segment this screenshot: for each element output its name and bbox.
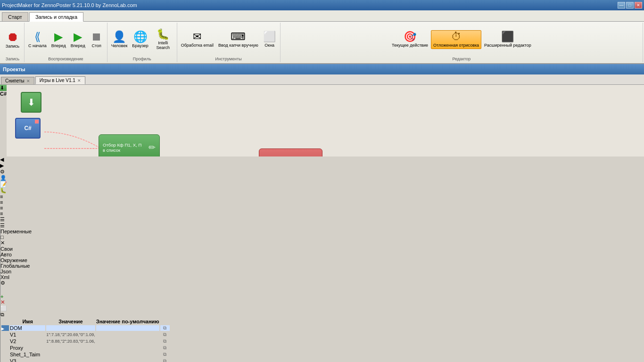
tab-live-games[interactable]: Игры в Live V1.1 ✕: [35, 76, 85, 84]
var-tab-json[interactable]: Json: [0, 269, 257, 274]
col-actions: [160, 319, 170, 324]
var-copy-btn[interactable]: ⧉: [160, 325, 170, 331]
var-tab-auto[interactable]: Авто: [0, 252, 257, 257]
variable-row[interactable]: Proxy ⧉: [1, 345, 170, 351]
email-icon: ✉: [193, 32, 201, 42]
variable-row[interactable]: ▶ DOM ⧉: [1, 325, 170, 331]
tab-record-debug[interactable]: Запись и отладка: [29, 12, 83, 22]
var-copy-btn[interactable]: ⧉: [160, 352, 170, 357]
variables-title: Переменные: [0, 229, 32, 234]
tool-menu1[interactable]: ☰: [0, 216, 644, 222]
tool-list3[interactable]: ≡: [0, 205, 644, 211]
add-variable-button[interactable]: +: [0, 294, 257, 299]
node-csharp[interactable]: C#: [15, 118, 41, 139]
live-games-tab-label: Игры в Live V1.1: [40, 78, 75, 83]
intelli-search-button[interactable]: 🐛 Intelli Search: [151, 28, 175, 51]
var-name: V2: [10, 338, 45, 344]
variables-tab-bar: Свои Авто Окружение Глобальные Json Xml: [0, 246, 257, 280]
forward-button[interactable]: ▶ Вперед: [50, 30, 68, 49]
tool-list2[interactable]: ≡: [0, 199, 644, 205]
delayed-recording-button[interactable]: ⏱ Отложенная отрисовка: [431, 30, 481, 49]
var-copy-btn[interactable]: ⧉: [160, 338, 170, 344]
var-copy-btn[interactable]: ⧉: [160, 332, 170, 337]
minimize-button[interactable]: —: [618, 2, 625, 8]
var-copy-btn[interactable]: ⧉: [160, 345, 170, 351]
variable-row[interactable]: V2 1":8.88,"2":20.83,"0":1.06, ⧉: [1, 338, 170, 344]
intelli-search-label: Intelli Search: [153, 41, 173, 50]
current-action-button[interactable]: 🎯 Текущее действие: [390, 31, 430, 49]
windows-button[interactable]: ⬜ Окна: [261, 31, 278, 49]
var-default: [96, 358, 159, 362]
row-indicator: [1, 352, 9, 357]
var-tab-env[interactable]: Окружение: [0, 257, 257, 263]
tool-settings[interactable]: ⚙: [0, 169, 644, 175]
forward2-label: Вперед: [71, 43, 85, 48]
forward2-button[interactable]: ▶ Вперед: [69, 30, 87, 49]
tool-debug[interactable]: 🐛: [0, 188, 644, 194]
clear-variable-button[interactable]: ⬜: [0, 305, 257, 312]
node-take-row-red-top[interactable]: Взятие строки сосписка с удалением: [259, 148, 322, 156]
close-button[interactable]: ✕: [635, 2, 642, 8]
panel-close-button[interactable]: ✕: [0, 240, 257, 246]
node-select-kf[interactable]: Отбор Кф П1, Х, Пв список ✏: [99, 134, 160, 156]
panel-restore-button[interactable]: □: [0, 234, 257, 240]
var-name: V3: [10, 358, 45, 362]
workflow-canvas[interactable]: ⬇ C# Отбор Кф П1, Х, Пв список ✏ Взятие …: [7, 85, 644, 156]
scroll-left-arrow[interactable]: ◀: [0, 156, 644, 163]
var-tab-own[interactable]: Свои: [0, 246, 257, 252]
captcha-label: Ввод капчи вручную: [218, 43, 258, 48]
tool-notes[interactable]: 📝: [0, 181, 644, 188]
email-button[interactable]: ✉ Обработка email: [179, 31, 215, 49]
sidebar-csharp-icon[interactable]: C#: [0, 91, 7, 97]
var-default: [96, 325, 159, 331]
tab-snippets[interactable]: Снипеты ✕: [1, 77, 34, 84]
group-label-playback: Воспроизведение: [48, 56, 83, 61]
scroll-right-arrow[interactable]: ▶: [0, 163, 644, 169]
from-start-button[interactable]: ⟪ С начала: [26, 30, 49, 49]
title-bar-text: ProjectMaker for ZennoPoster 5.21.10.0 b…: [2, 2, 137, 8]
group-label-record: Запись: [6, 56, 20, 61]
copy-all-button[interactable]: ⧉: [0, 312, 257, 318]
tool-profile[interactable]: 👤: [0, 175, 644, 181]
forward-label: Вперед: [51, 43, 66, 48]
var-value: 1":7.18,"2":20.69,"0":1.09,: [46, 332, 95, 337]
node-start[interactable]: ⬇: [21, 92, 41, 113]
canvas-scrollbar-h[interactable]: ◀ ▶: [0, 156, 644, 169]
advanced-editor-button[interactable]: ⬛ Расширенный редактор: [482, 31, 533, 49]
captcha-icon: ⌨: [231, 32, 246, 42]
var-tab-xml[interactable]: Xml: [0, 274, 257, 280]
tool-list1[interactable]: ≡: [0, 194, 644, 199]
maximize-button[interactable]: □: [626, 2, 634, 8]
tab-start[interactable]: Старт: [2, 12, 28, 21]
record-button[interactable]: ⏺ Запись: [4, 30, 22, 49]
tool-list4[interactable]: ≡: [0, 211, 644, 216]
projects-title: Проекты: [3, 66, 25, 72]
variable-row[interactable]: V3 ⧉: [1, 358, 170, 362]
live-games-tab-close[interactable]: ✕: [77, 78, 81, 83]
delete-variable-button[interactable]: ✕: [0, 299, 257, 305]
browser-button[interactable]: 🌐 Браузер: [130, 30, 150, 49]
content-area: Проекты Снипеты ✕ Игры в Live V1.1 ✕ ⬇ C…: [0, 64, 644, 362]
projects-panel-header: Проекты: [0, 64, 644, 74]
email-label: Обработка email: [181, 43, 214, 48]
var-value: [46, 325, 95, 331]
variable-row[interactable]: Shet_1_Taim ⧉: [1, 352, 170, 357]
stop-button[interactable]: ⏹ Стоп: [88, 30, 105, 49]
advanced-editor-icon: ⬛: [501, 32, 514, 42]
col-name: Имя: [10, 319, 45, 324]
filter-button[interactable]: ⚙: [0, 280, 257, 286]
human-button[interactable]: 👤 Человек: [109, 30, 130, 49]
var-tab-global[interactable]: Глобальные: [0, 263, 257, 269]
tool-menu2[interactable]: ☰: [0, 222, 644, 229]
row-indicator: [1, 358, 9, 362]
sidebar-start-icon[interactable]: ⬇: [0, 85, 7, 91]
variable-row[interactable]: V1 1":7.18,"2":20.69,"0":1.09, ⧉: [1, 332, 170, 337]
captcha-button[interactable]: ⌨ Ввод капчи вручную: [216, 31, 260, 49]
row-indicator: ▶: [1, 325, 9, 331]
human-icon: 👤: [112, 31, 126, 42]
project-tab-bar: Снипеты ✕ Игры в Live V1.1 ✕: [0, 74, 644, 85]
from-start-label: С начала: [28, 43, 47, 48]
var-copy-btn[interactable]: ⧉: [160, 358, 170, 362]
snippets-tab-close[interactable]: ✕: [26, 79, 30, 83]
ribbon: ⏺ Запись Запись ⟪ С начала ▶ Вперед ▶ Вп: [0, 22, 644, 64]
